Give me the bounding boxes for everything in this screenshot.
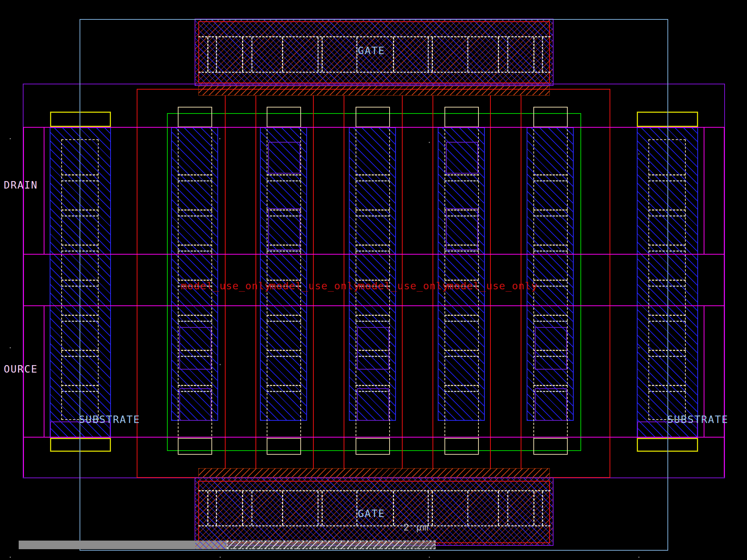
model-use-only-watermark: model_use_only bbox=[359, 281, 449, 291]
grid-dot bbox=[429, 142, 430, 143]
grid-dot bbox=[219, 138, 220, 139]
grid-dot bbox=[10, 557, 11, 558]
grid-dot bbox=[638, 153, 639, 155]
substrate-label-right: SUBSTRATE bbox=[667, 414, 728, 424]
model-use-only-watermark: model_use_only bbox=[447, 281, 538, 291]
source-label: OURCE bbox=[4, 364, 38, 374]
gate-label-top: GATE bbox=[358, 46, 385, 56]
grid-dot bbox=[10, 138, 11, 139]
grid-dot bbox=[220, 557, 221, 558]
grid-dot bbox=[638, 347, 639, 348]
model-use-only-watermark: model_use_only bbox=[270, 281, 360, 291]
layout-canvas[interactable]: GATE GATE DRAIN OURCE SUBSTRATE SUBSTRAT… bbox=[0, 0, 747, 560]
scale-bar-pad-overlay bbox=[195, 541, 227, 549]
substrate-label-left: SUBSTRATE bbox=[79, 414, 140, 424]
source-rail-inner-left[interactable] bbox=[44, 305, 44, 437]
gate-label-bottom: GATE bbox=[358, 508, 385, 519]
grid-dot bbox=[429, 557, 430, 558]
scale-label: 2 µm bbox=[403, 523, 429, 532]
grid-dot bbox=[220, 364, 221, 365]
grid-dot bbox=[10, 347, 11, 348]
drain-label: DRAIN bbox=[4, 180, 38, 190]
scale-bar-hatched bbox=[227, 541, 436, 549]
grid-dot bbox=[638, 557, 639, 558]
model-use-only-watermark: model_use_only bbox=[181, 281, 271, 291]
drain-rail-inner-left[interactable] bbox=[44, 127, 44, 254]
drain-rail-inner-right[interactable] bbox=[704, 127, 704, 254]
